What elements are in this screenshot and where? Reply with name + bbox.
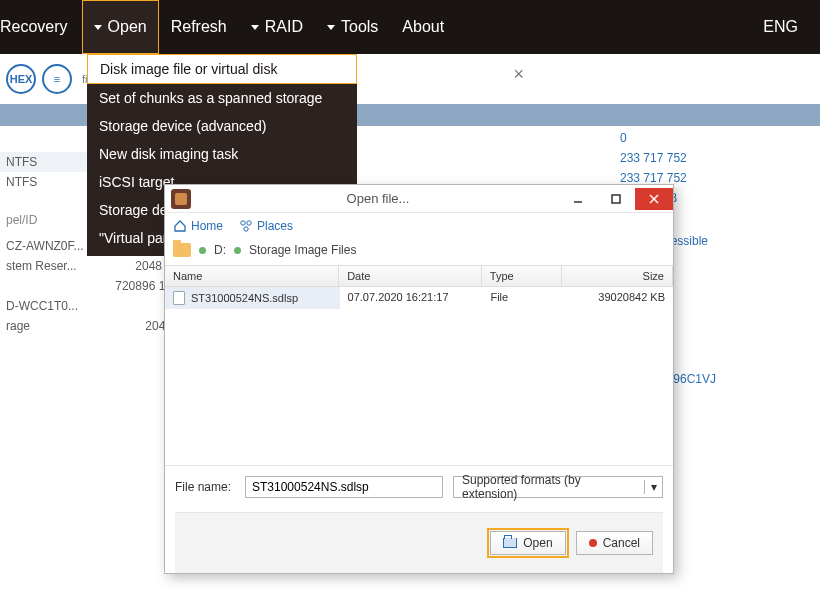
file-name: ST31000524NS.sdlsp <box>191 292 298 304</box>
file-row[interactable]: ST31000524NS.sdlsp 07.07.2020 16:21:17 F… <box>165 287 673 309</box>
svg-rect-1 <box>612 195 620 203</box>
tree-label <box>6 279 112 293</box>
drive-status-icon <box>199 247 206 254</box>
tree-label: stem Reser... <box>6 259 112 273</box>
menu-refresh[interactable]: Refresh <box>159 0 239 54</box>
dd-spanned-chunks[interactable]: Set of chunks as a spanned storage <box>87 84 357 112</box>
home-label: Home <box>191 219 223 233</box>
dialog-titlebar: Open file... <box>165 185 673 213</box>
hex-button[interactable]: HEX <box>6 64 36 94</box>
filename-input[interactable] <box>245 476 443 498</box>
close-button[interactable] <box>635 188 673 210</box>
file-date: 07.07.2020 16:21:17 <box>340 287 483 309</box>
maximize-button[interactable] <box>597 188 635 210</box>
right-value: 0 <box>614 128 820 148</box>
file-list[interactable]: ST31000524NS.sdlsp 07.07.2020 16:21:17 F… <box>165 287 673 465</box>
chevron-down-icon <box>327 25 335 30</box>
svg-point-6 <box>244 227 248 231</box>
col-date[interactable]: Date <box>339 266 482 286</box>
filter-combo[interactable]: Supported formats (by extension) ▾ <box>453 476 663 498</box>
list-button[interactable]: ≡ <box>42 64 72 94</box>
col-name[interactable]: Name <box>165 266 339 286</box>
folder-status-icon <box>234 247 241 254</box>
right-value: 233 717 752 <box>614 148 820 168</box>
table-row[interactable]: stem Reser...2048 1 <box>0 256 178 276</box>
path-row: D: Storage Image Files <box>165 239 673 265</box>
tree-value: 2048 1 <box>112 259 172 273</box>
dd-storage-advanced[interactable]: Storage device (advanced) <box>87 112 357 140</box>
places-button[interactable]: Places <box>239 219 293 233</box>
menu-raid[interactable]: RAID <box>239 0 315 54</box>
svg-point-4 <box>241 221 245 225</box>
minimize-button[interactable] <box>559 188 597 210</box>
menu-about[interactable]: About <box>390 0 456 54</box>
file-size: 39020842 KB <box>562 287 673 309</box>
menu-tools-label: Tools <box>341 18 378 36</box>
table-row[interactable]: rage2048 <box>0 316 178 336</box>
open-button[interactable]: Open <box>490 531 565 555</box>
open-folder-icon <box>503 538 517 548</box>
dialog-bottom: File name: Supported formats (by extensi… <box>165 465 673 573</box>
places-icon <box>239 219 253 233</box>
dialog-title: Open file... <box>197 191 559 206</box>
cancel-icon <box>589 539 597 547</box>
tree-value: 2048 <box>112 319 172 333</box>
chevron-down-icon[interactable]: ▾ <box>644 480 662 494</box>
svg-point-5 <box>247 221 251 225</box>
menu-tools[interactable]: Tools <box>315 0 390 54</box>
open-file-dialog: Open file... Home Places D: Storage Imag… <box>164 184 674 574</box>
tree-label: D-WCC1T0... <box>6 299 112 313</box>
file-icon <box>173 291 185 305</box>
tree-label: rage <box>6 319 112 333</box>
places-label: Places <box>257 219 293 233</box>
tree-value <box>112 299 172 313</box>
drive-label[interactable]: D: <box>214 243 226 257</box>
cancel-button-label: Cancel <box>603 536 640 550</box>
col-size[interactable]: Size <box>562 266 673 286</box>
table-row[interactable]: D-WCC1T0... <box>0 296 178 316</box>
menu-raid-label: RAID <box>265 18 303 36</box>
file-table-header: Name Date Type Size <box>165 265 673 287</box>
folder-label[interactable]: Storage Image Files <box>249 243 356 257</box>
language-selector[interactable]: ENG <box>749 18 812 36</box>
chevron-down-icon <box>251 25 259 30</box>
home-button[interactable]: Home <box>173 219 223 233</box>
menu-about-label: About <box>402 18 444 36</box>
cancel-button[interactable]: Cancel <box>576 531 653 555</box>
menubar: Recovery Open Refresh RAID Tools About E… <box>0 0 820 54</box>
home-icon <box>173 219 187 233</box>
close-icon[interactable]: × <box>513 64 524 85</box>
filename-label: File name: <box>175 480 235 494</box>
app-icon <box>171 189 191 209</box>
open-button-label: Open <box>523 536 552 550</box>
dd-disk-image[interactable]: Disk image file or virtual disk <box>87 54 357 84</box>
menu-refresh-label: Refresh <box>171 18 227 36</box>
folder-icon <box>173 243 191 257</box>
dd-new-imaging[interactable]: New disk imaging task <box>87 140 357 168</box>
menu-open-label: Open <box>108 18 147 36</box>
app-title: Recovery <box>0 0 82 54</box>
filter-label: Supported formats (by extension) <box>454 471 644 503</box>
chevron-down-icon <box>94 25 102 30</box>
table-row[interactable]: 720896 11 <box>0 276 178 296</box>
col-type[interactable]: Type <box>482 266 562 286</box>
dialog-nav: Home Places <box>165 213 673 239</box>
tree-value: 720896 11 <box>112 279 172 293</box>
file-type: File <box>482 287 561 309</box>
menu-open[interactable]: Open <box>82 0 159 54</box>
